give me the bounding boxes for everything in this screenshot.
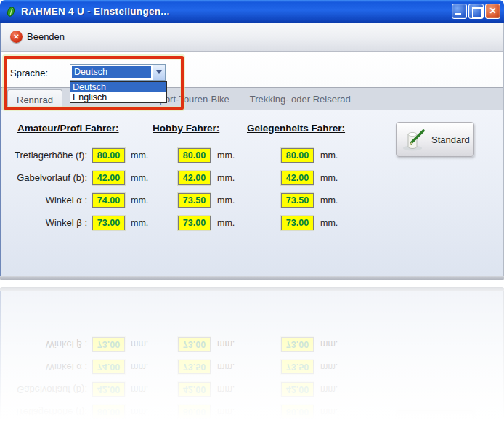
form-row-tretlagerhoehe: Tretlagerhöhe (f): mm. mm. mm. bbox=[1, 405, 503, 419]
value-input[interactable] bbox=[178, 216, 211, 230]
tab-trekking-reiserad[interactable]: Trekking- oder Reiserad bbox=[240, 88, 361, 110]
content-panel: Amateur/Profi Fahrer: Hobby Fahrer: Gele… bbox=[1, 110, 503, 276]
value-input[interactable] bbox=[281, 171, 314, 185]
row-label: Gabelvorlauf (b): bbox=[1, 384, 87, 395]
value-input[interactable] bbox=[92, 148, 125, 163]
unit-label: mm. bbox=[131, 218, 148, 228]
unit-label: mm. bbox=[131, 407, 148, 417]
standard-button[interactable]: Standard bbox=[396, 122, 474, 157]
unit-label: mm. bbox=[217, 218, 235, 228]
value-input[interactable] bbox=[92, 216, 125, 230]
column-header-gelegenheit: Gelegenheits Fahrer: bbox=[247, 434, 345, 438]
unit-label: mm. bbox=[217, 362, 235, 372]
dropdown-option-englisch[interactable]: Englisch bbox=[70, 92, 166, 102]
maximize-button[interactable] bbox=[468, 4, 484, 19]
dropdown-option-deutsch[interactable]: Deutsch bbox=[70, 82, 166, 92]
language-dropdown-list: Deutsch Englisch bbox=[70, 81, 167, 103]
value-input[interactable] bbox=[281, 193, 314, 208]
unit-label: mm. bbox=[217, 195, 235, 206]
unit-label: mm. bbox=[320, 407, 338, 417]
app-window: RAHMEN 4 U - Einstellungen... ✕ ✕ Beende… bbox=[0, 0, 504, 282]
window-controls: ✕ bbox=[452, 4, 500, 19]
column-header-amateur: Amateur/Profi Fahrer: bbox=[17, 123, 119, 134]
standard-button: Standard bbox=[396, 410, 474, 438]
tab-rennrad[interactable]: Rennrad bbox=[7, 89, 62, 110]
unit-label: mm. bbox=[131, 384, 148, 394]
unit-label: mm. bbox=[320, 150, 338, 161]
unit-label: mm. bbox=[320, 173, 338, 183]
form-row-winkel-alpha: Winkel α : mm. mm. mm. bbox=[1, 360, 503, 374]
titlebar: RAHMEN 4 U - Einstellungen... ✕ bbox=[0, 0, 504, 23]
unit-label: mm. bbox=[320, 195, 338, 206]
reflection-content: RAHMEN 4 U - Einstellungen... ✕ ✕ Beende… bbox=[0, 285, 504, 438]
minimize-button[interactable] bbox=[452, 4, 467, 19]
window-bottom-border bbox=[0, 276, 504, 280]
unit-label: mm. bbox=[131, 173, 148, 183]
row-label: Tretlagerhöhe (f): bbox=[1, 407, 87, 418]
app-leaf-icon bbox=[5, 5, 17, 17]
window-left-border bbox=[0, 23, 1, 276]
row-label: Winkel α : bbox=[1, 195, 87, 206]
value-input bbox=[281, 405, 314, 419]
value-input[interactable] bbox=[92, 193, 125, 208]
content-panel: Amateur/Profi Fahrer: Hobby Fahrer: Gele… bbox=[1, 291, 503, 438]
chevron-down-icon bbox=[156, 70, 162, 74]
value-input bbox=[281, 337, 314, 352]
form-row-winkel-alpha: Winkel α : mm. mm. mm. bbox=[1, 193, 503, 208]
unit-label: mm. bbox=[217, 384, 235, 394]
value-input bbox=[178, 382, 211, 397]
value-input[interactable] bbox=[178, 148, 211, 163]
unit-label: mm. bbox=[131, 195, 148, 206]
column-header-hobby: Hobby Fahrer: bbox=[153, 434, 219, 438]
value-input[interactable] bbox=[281, 148, 314, 163]
unit-label: mm. bbox=[217, 339, 235, 349]
column-header-hobby: Hobby Fahrer: bbox=[153, 123, 219, 134]
form-row-gabelvorlauf: Gabelvorlauf (b): mm. mm. mm. bbox=[1, 382, 503, 397]
window-title: RAHMEN 4 U - Einstellungen... bbox=[21, 6, 452, 17]
value-input bbox=[178, 405, 211, 419]
value-input bbox=[92, 405, 125, 419]
standard-button-label: Standard bbox=[431, 134, 470, 145]
value-input[interactable] bbox=[178, 193, 211, 208]
unit-label: mm. bbox=[320, 362, 338, 372]
row-label: Tretlagerhöhe (f): bbox=[1, 150, 87, 161]
value-input[interactable] bbox=[92, 171, 125, 185]
unit-label: mm. bbox=[320, 218, 338, 228]
toolbar: ✕ Beenden bbox=[1, 23, 503, 52]
form-row-winkel-beta: Winkel β : mm. mm. mm. bbox=[1, 216, 503, 230]
form-row-winkel-beta: Winkel β : mm. mm. mm. bbox=[1, 337, 503, 352]
window-left-border bbox=[0, 291, 1, 438]
column-header-gelegenheit: Gelegenheits Fahrer: bbox=[247, 123, 345, 134]
app-window-mirror: RAHMEN 4 U - Einstellungen... ✕ ✕ Beende… bbox=[0, 285, 504, 438]
standard-button-label: Standard bbox=[431, 423, 470, 434]
value-input bbox=[281, 382, 314, 397]
row-label: Winkel β : bbox=[1, 339, 87, 350]
reset-pencil-icon bbox=[401, 414, 428, 438]
value-input bbox=[92, 382, 125, 397]
language-combobox[interactable]: Deutsch bbox=[70, 64, 166, 81]
unit-label: mm. bbox=[131, 150, 148, 161]
unit-label: mm. bbox=[131, 339, 148, 349]
value-input bbox=[281, 360, 314, 374]
window-reflection: RAHMEN 4 U - Einstellungen... ✕ ✕ Beende… bbox=[0, 285, 504, 438]
screenshot-stage: RAHMEN 4 U - Einstellungen... ✕ ✕ Beende… bbox=[0, 0, 504, 438]
unit-label: mm. bbox=[217, 150, 235, 161]
value-input bbox=[178, 360, 211, 374]
value-input[interactable] bbox=[178, 171, 211, 185]
unit-label: mm. bbox=[320, 384, 338, 394]
unit-label: mm. bbox=[320, 339, 338, 349]
value-input[interactable] bbox=[281, 216, 314, 230]
unit-label: mm. bbox=[217, 173, 235, 183]
value-input bbox=[178, 337, 211, 352]
value-input bbox=[92, 337, 125, 352]
close-button[interactable]: ✕ bbox=[485, 4, 500, 19]
exit-button[interactable]: ✕ Beenden bbox=[10, 31, 65, 43]
unit-label: mm. bbox=[217, 407, 235, 417]
value-input bbox=[92, 360, 125, 374]
row-label: Winkel β : bbox=[1, 217, 87, 228]
combobox-dropdown-button[interactable] bbox=[153, 65, 165, 80]
window-bottom-border bbox=[0, 287, 504, 291]
exit-label: Beenden bbox=[27, 31, 65, 42]
reset-pencil-icon bbox=[401, 126, 428, 153]
language-label: Sprache: bbox=[10, 68, 48, 78]
